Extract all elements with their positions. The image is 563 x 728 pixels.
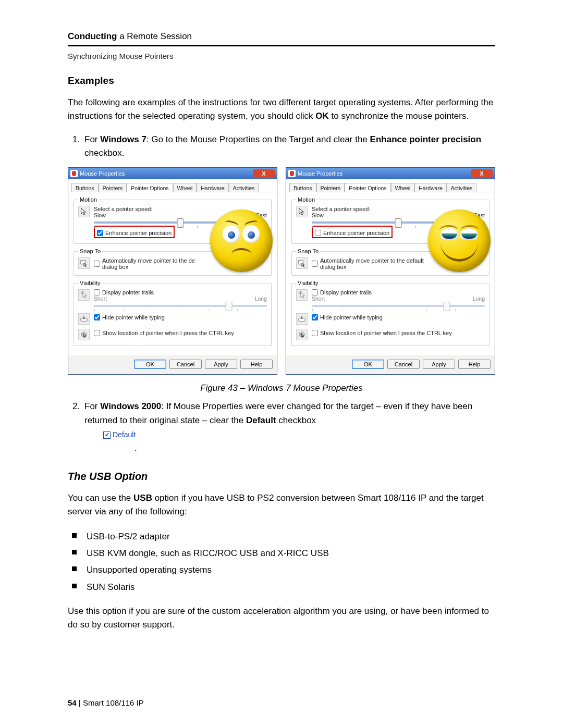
- apply-button[interactable]: Apply: [205, 360, 237, 369]
- tab-wheel[interactable]: Wheel: [173, 183, 197, 192]
- ctrl-locate-checkbox[interactable]: Show location of pointer when I press th…: [312, 330, 452, 336]
- help-button[interactable]: Help: [240, 360, 273, 369]
- window-title: Mouse Properties: [80, 170, 125, 177]
- header-subsection: Synchronizing Mouse Pointers: [68, 52, 495, 60]
- ctrl-locate-icon: [296, 329, 308, 340]
- window-title: Mouse Properties: [298, 170, 342, 177]
- hide-typing-checkbox[interactable]: Hide pointer while typing: [312, 314, 383, 320]
- help-button[interactable]: Help: [458, 360, 491, 369]
- section-examples: Examples: [68, 75, 495, 87]
- trails-checkbox[interactable]: Display pointer trails: [312, 289, 485, 295]
- tab-hardware[interactable]: Hardware: [414, 183, 447, 192]
- tab-hardware[interactable]: Hardware: [197, 183, 229, 192]
- snap-icon: [296, 257, 308, 269]
- cursor-icon: [78, 206, 90, 217]
- happy-smiley-icon: [428, 209, 491, 272]
- trails-icon: [296, 289, 308, 301]
- mouse-properties-dialog-right: Mouse Properties X Buttons Pointers Poin…: [286, 167, 495, 375]
- trails-checkbox[interactable]: Display pointer trails: [94, 289, 267, 295]
- close-button[interactable]: X: [471, 169, 493, 178]
- page-footer: 54 | Smart 108/116 IP: [68, 698, 144, 707]
- tab-pointers[interactable]: Pointers: [99, 183, 127, 192]
- step-list-2: For Windows 2000: If Mouse Properties we…: [68, 400, 495, 455]
- mouse-icon: [70, 170, 78, 177]
- mouse-icon: [288, 170, 296, 177]
- tab-buttons[interactable]: Buttons: [71, 183, 99, 192]
- tab-strip: Buttons Pointers Pointer Options Wheel H…: [68, 179, 277, 192]
- cancel-button[interactable]: Cancel: [169, 360, 202, 369]
- header-rule: [68, 45, 495, 46]
- tab-activities[interactable]: Activities: [229, 183, 259, 192]
- tab-wheel[interactable]: Wheel: [391, 183, 415, 192]
- group-visibility: Visibility Display pointer trails ShortL…: [74, 280, 272, 346]
- enhance-precision-checkbox[interactable]: Enhance pointer precision: [97, 230, 172, 236]
- list-item: SUN Solaris: [87, 579, 495, 596]
- figure-43: Mouse Properties X Buttons Pointers Poin…: [68, 167, 495, 375]
- tab-buttons[interactable]: Buttons: [289, 183, 316, 192]
- snap-checkbox[interactable]: Automatically move pointer to the defaul…: [312, 257, 424, 270]
- tab-pointer-options[interactable]: Pointer Options: [345, 183, 390, 192]
- dialog-buttons: OK Cancel Apply Help: [68, 355, 277, 374]
- step-list: For Windows 7: Go to the Mouse Propertie…: [68, 133, 495, 161]
- snap-icon: [78, 257, 90, 269]
- hide-typing-icon: [296, 313, 308, 325]
- tab-strip: Buttons Pointers Pointer Options Wheel H…: [286, 179, 495, 192]
- list-item: Unsupported operating systems: [87, 562, 495, 578]
- apply-button[interactable]: Apply: [423, 360, 455, 369]
- ok-button[interactable]: OK: [134, 360, 166, 369]
- trails-slider: [94, 305, 267, 307]
- mouse-properties-dialog-left: Mouse Properties X Buttons Pointers Poin…: [68, 167, 277, 375]
- ok-button[interactable]: OK: [352, 360, 384, 369]
- ctrl-locate-checkbox[interactable]: Show location of pointer when I press th…: [94, 330, 234, 336]
- close-button[interactable]: X: [253, 169, 275, 178]
- section-usb-option: The USB Option: [68, 471, 495, 483]
- tab-pointer-options[interactable]: Pointer Options: [127, 183, 173, 192]
- hide-typing-checkbox[interactable]: Hide pointer while typing: [94, 314, 165, 320]
- list-item: USB-to-PS/2 adapter: [87, 528, 495, 545]
- figure-caption: Figure 43 – Windows 7 Mouse Properties: [68, 383, 495, 393]
- trails-slider: [312, 305, 485, 307]
- list-item: USB KVM dongle, such as RICC/ROC USB and…: [87, 545, 495, 562]
- usb-intro: You can use the USB option if you have U…: [68, 491, 495, 519]
- usb-bullets: USB-to-PS/2 adapter USB KVM dongle, such…: [68, 528, 495, 596]
- cancel-button[interactable]: Cancel: [387, 360, 420, 369]
- enhance-precision-checkbox[interactable]: Enhance pointer precision: [315, 230, 389, 236]
- step-2: For Windows 2000: If Mouse Properties we…: [82, 400, 495, 455]
- sad-smiley-icon: [210, 209, 273, 272]
- cursor-icon: [296, 206, 308, 217]
- snap-checkbox[interactable]: Automatically move pointer to the dedial…: [94, 257, 195, 270]
- titlebar: Mouse Properties X: [286, 168, 495, 179]
- step-1: For Windows 7: Go to the Mouse Propertie…: [82, 133, 495, 161]
- intro-paragraph: The following are examples of the instru…: [68, 96, 495, 124]
- usb-closing: Use this option if you are sure of the c…: [68, 604, 495, 632]
- titlebar: Mouse Properties X: [68, 168, 277, 179]
- dialog-buttons: OK Cancel Apply Help: [286, 355, 495, 374]
- running-header: Conducting a Remote Session: [68, 31, 495, 42]
- hide-typing-icon: [78, 313, 90, 325]
- tab-activities[interactable]: Activities: [447, 183, 476, 192]
- trails-icon: [78, 289, 90, 301]
- default-checkbox-graphic: ✔Default: [103, 429, 136, 441]
- tab-pointers[interactable]: Pointers: [316, 183, 345, 192]
- group-visibility: Visibility Display pointer trails ShortL…: [291, 280, 489, 346]
- ctrl-locate-icon: [78, 329, 90, 340]
